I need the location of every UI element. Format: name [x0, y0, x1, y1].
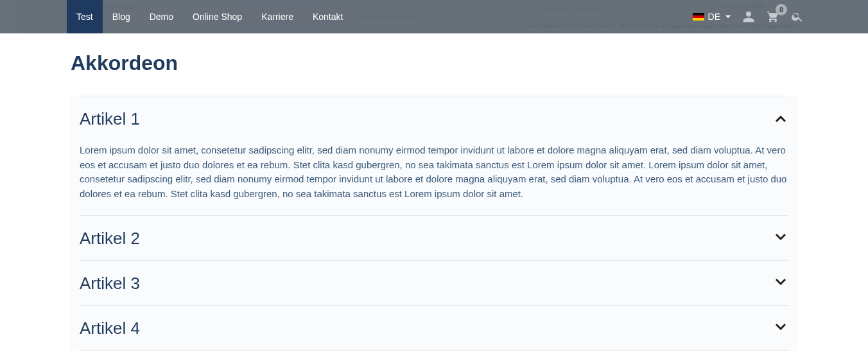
user-icon[interactable]	[742, 10, 755, 23]
accordion-body: Lorem ipsum dolor sit amet, consetetur s…	[80, 141, 788, 215]
cart-badge: 0	[776, 4, 787, 15]
accordion-item-4: Artikel 4	[80, 306, 788, 351]
accordion-header[interactable]: Artikel 4	[80, 306, 788, 350]
accordion: Artikel 1 Lorem ipsum dolor sit amet, co…	[71, 96, 797, 351]
nav-item-online-shop[interactable]: Online Shop	[183, 0, 252, 33]
accordion-title: Artikel 4	[80, 319, 140, 338]
section-title: Akkordeon	[71, 51, 797, 75]
nav-item-blog[interactable]: Blog	[103, 0, 140, 33]
chevron-down-icon	[773, 230, 788, 248]
accordion-header[interactable]: Artikel 2	[80, 216, 788, 260]
navbar: Test Blog Demo Online Shop Karriere Kont…	[0, 0, 868, 33]
search-icon[interactable]	[791, 10, 804, 23]
nav-right: DE 0	[693, 10, 804, 23]
accordion-title: Artikel 2	[80, 229, 140, 249]
accordion-item-1: Artikel 1 Lorem ipsum dolor sit amet, co…	[80, 96, 788, 216]
nav-item-kontakt[interactable]: Kontakt	[303, 0, 352, 33]
chevron-down-icon	[773, 320, 788, 338]
accordion-item-2: Artikel 2	[80, 216, 788, 261]
accordion-item-3: Artikel 3	[80, 261, 788, 306]
language-label: DE	[708, 12, 720, 22]
nav-item-demo[interactable]: Demo	[140, 0, 183, 33]
cart-icon[interactable]: 0	[767, 10, 779, 23]
chevron-down-icon	[725, 15, 731, 18]
chevron-down-icon	[773, 275, 788, 293]
language-selector[interactable]: DE	[693, 12, 731, 22]
flag-de-icon	[693, 13, 704, 21]
nav-item-karriere[interactable]: Karriere	[252, 0, 303, 33]
accordion-header[interactable]: Artikel 1	[80, 96, 788, 141]
accordion-title: Artikel 3	[80, 274, 140, 293]
nav-items: Test Blog Demo Online Shop Karriere Kont…	[67, 0, 352, 33]
nav-item-test[interactable]: Test	[67, 0, 103, 33]
accordion-title: Artikel 1	[80, 109, 140, 129]
accordion-header[interactable]: Artikel 3	[80, 261, 788, 305]
chevron-up-icon	[773, 110, 788, 128]
